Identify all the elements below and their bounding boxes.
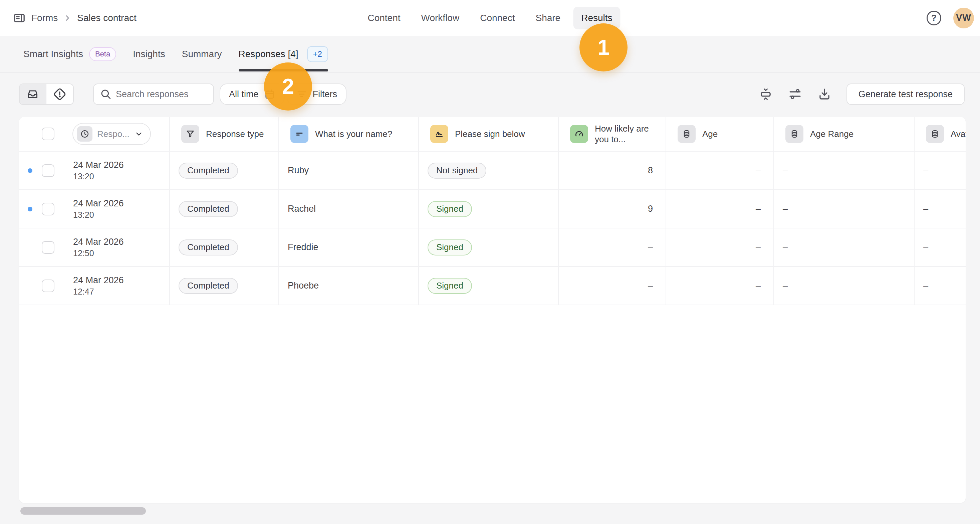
topbar-right: ? VW [927, 8, 974, 29]
header-label: Response type [206, 129, 264, 140]
top-navigation: Content Workflow Connect Share Results [360, 0, 620, 36]
breadcrumb: Forms Sales contract [13, 11, 137, 25]
row-date-cell: 24 Mar 2026 12:47 [19, 267, 170, 305]
avatar-cell: – [915, 151, 966, 190]
column-settings-button[interactable] [788, 87, 802, 102]
likelihood-cell: 9 [559, 190, 666, 228]
table-header-row: Respo... Response type [19, 117, 966, 151]
signature-badge: Signed [428, 239, 472, 255]
age-range-cell: – [774, 228, 915, 267]
chevron-right-icon [63, 14, 72, 22]
likelihood-cell: 8 [559, 151, 666, 190]
forms-icon[interactable] [13, 11, 26, 25]
select-all-checkbox[interactable] [42, 128, 54, 140]
horizontal-scrollbar[interactable] [21, 507, 146, 515]
nav-item-connect[interactable]: Connect [472, 7, 523, 29]
row-checkbox[interactable] [42, 164, 54, 177]
age-cell: – [666, 267, 774, 305]
responses-table-card: Respo... Response type [19, 117, 966, 503]
generate-test-response-button[interactable]: Generate test response [846, 83, 965, 105]
header-likelihood[interactable]: How likely are you to... [559, 117, 666, 151]
unusual-responses-button[interactable] [46, 84, 73, 104]
help-icon[interactable]: ? [927, 11, 941, 26]
header-age-range[interactable]: Age Range [774, 117, 915, 151]
age-cell: – [666, 151, 774, 190]
header-avatar[interactable]: Avatar [915, 117, 966, 151]
header-label: How likely are you to... [595, 123, 660, 145]
tab-insights[interactable]: Insights [133, 49, 165, 59]
likelihood-cell: – [559, 228, 666, 267]
response-date: 24 Mar 2026 12:47 [73, 274, 124, 297]
signature-cell: Signed [419, 267, 559, 305]
row-date-cell: 24 Mar 2026 13:20 [19, 151, 170, 190]
likelihood-cell: – [559, 267, 666, 305]
results-panel: Smart Insights Beta Insights Summary Res… [0, 36, 980, 524]
status-badge: Completed [178, 278, 238, 294]
database-icon [926, 125, 944, 143]
breadcrumb-forms[interactable]: Forms [31, 13, 58, 23]
header-response-type[interactable]: Response type [170, 117, 279, 151]
row-checkbox[interactable] [42, 279, 54, 292]
header-label: Age [702, 129, 718, 140]
table-row[interactable]: 24 Mar 2026 12:50 Completed Freddie Sign… [19, 228, 966, 267]
date-column-dropdown-label: Respo... [97, 129, 129, 139]
unread-dot [28, 207, 32, 211]
nav-item-share[interactable]: Share [527, 7, 568, 29]
status-badge: Completed [178, 239, 238, 255]
status-badge: Completed [178, 163, 238, 179]
row-height-button[interactable] [758, 87, 773, 102]
signature-cell: Not signed [419, 151, 559, 190]
signature-badge: Signed [428, 278, 472, 294]
signature-badge: Signed [428, 201, 472, 217]
inbox-view-button[interactable] [20, 84, 46, 104]
annotation-step-2: 2 [264, 62, 312, 110]
download-button[interactable] [817, 87, 832, 102]
header-age[interactable]: Age [666, 117, 774, 151]
tab-summary[interactable]: Summary [182, 49, 222, 59]
tab-smart-insights[interactable]: Smart Insights Beta [23, 47, 116, 61]
table-row[interactable]: 24 Mar 2026 13:20 Completed Ruby Not sig… [19, 151, 966, 190]
age-cell: – [666, 228, 774, 267]
top-bar: Forms Sales contract Content Workflow Co… [0, 0, 980, 36]
name-cell: Ruby [279, 151, 419, 190]
avatar-cell: – [915, 267, 966, 305]
name-cell: Phoebe [279, 267, 419, 305]
signature-cell: Signed [419, 190, 559, 228]
more-tabs-badge[interactable]: +2 [307, 46, 328, 62]
database-icon [678, 125, 695, 143]
avatar-cell: – [915, 190, 966, 228]
nav-item-workflow[interactable]: Workflow [413, 7, 468, 29]
signature-cell: Signed [419, 228, 559, 267]
results-tab-bar: Smart Insights Beta Insights Summary Res… [0, 36, 980, 73]
row-checkbox[interactable] [42, 241, 54, 254]
avatar[interactable]: VW [953, 8, 974, 29]
tab-responses[interactable]: Responses [4] [239, 49, 298, 59]
row-checkbox[interactable] [42, 203, 54, 215]
response-date: 24 Mar 2026 13:20 [73, 198, 124, 220]
header-label: What is your name? [315, 129, 392, 140]
bottom-strip [0, 524, 980, 531]
response-date: 24 Mar 2026 12:50 [73, 236, 124, 259]
header-signature[interactable]: Please sign below [419, 117, 559, 151]
beta-badge: Beta [89, 47, 116, 61]
date-column-dropdown[interactable]: Respo... [72, 123, 151, 145]
header-label: Age Range [810, 129, 853, 140]
response-type-cell: Completed [170, 151, 279, 190]
header-name[interactable]: What is your name? [279, 117, 419, 151]
table-row[interactable]: 24 Mar 2026 13:20 Completed Rachel Signe… [19, 190, 966, 228]
row-height-icon [759, 87, 773, 101]
name-cell: Rachel [279, 190, 419, 228]
nav-item-content[interactable]: Content [360, 7, 408, 29]
responses-toolbar: All time Filters [19, 83, 965, 105]
date-range-label: All time [229, 89, 259, 99]
table-row[interactable]: 24 Mar 2026 12:47 Completed Phoebe Signe… [19, 267, 966, 305]
unread-dot [28, 168, 32, 173]
header-select-date-cell: Respo... [19, 117, 170, 151]
response-type-cell: Completed [170, 190, 279, 228]
response-type-cell: Completed [170, 267, 279, 305]
toolbar-right: Generate test response [758, 83, 965, 105]
search-icon [100, 88, 112, 100]
search-input[interactable] [116, 89, 207, 99]
search-box [93, 83, 214, 105]
signature-badge: Not signed [428, 163, 486, 179]
